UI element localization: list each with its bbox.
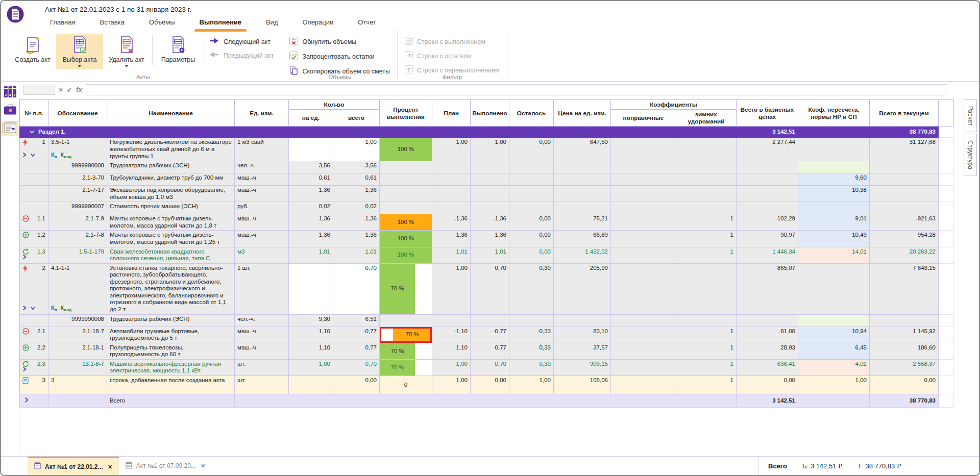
cell-plan[interactable] xyxy=(432,314,471,327)
create-act-button[interactable]: Создать акт xyxy=(9,34,56,65)
tab-struktura[interactable]: Структура xyxy=(964,134,977,176)
cell-qty-per-unit[interactable]: -1,36 xyxy=(289,214,333,231)
cell-recalc[interactable]: 14,01 xyxy=(798,247,870,263)
cell-name[interactable]: Экскаваторы под копровое оборудование, о… xyxy=(107,186,235,202)
cell-current-total[interactable]: 954,28 xyxy=(870,231,939,247)
cell-qty-per-unit[interactable]: 1,00 xyxy=(289,359,333,375)
cell-correction[interactable] xyxy=(611,138,676,161)
cell-num[interactable] xyxy=(20,161,48,173)
cell-price[interactable] xyxy=(554,186,611,202)
cell-rest[interactable]: -0,33 xyxy=(509,327,554,343)
section-recalc[interactable] xyxy=(798,127,870,138)
cell-plan[interactable] xyxy=(432,173,471,186)
cell-basis-total[interactable] xyxy=(737,314,798,327)
cell-justification[interactable]: 2.1-7-17 xyxy=(48,186,107,202)
cell-justification[interactable]: 2.1-7-9 xyxy=(48,214,107,231)
cell-name[interactable]: Машина вертикально-фрезерная ручная элек… xyxy=(107,359,235,375)
cell-justification[interactable]: 13.1-8-7 xyxy=(48,359,107,375)
cell-recalc[interactable]: 10,49 xyxy=(798,231,870,247)
act-view-button[interactable] xyxy=(3,121,18,136)
cell-done[interactable]: -0,77 xyxy=(471,327,509,343)
cell-winter[interactable] xyxy=(676,186,737,202)
cell-done[interactable]: 0,77 xyxy=(471,343,509,359)
cell-rest[interactable] xyxy=(509,202,554,214)
cell-winter[interactable]: 1 xyxy=(676,343,737,359)
bottom-tab-act-22-01[interactable]: Акт №1 от 22.01.2... × xyxy=(28,457,119,475)
cell-num[interactable]: 1.1 xyxy=(20,214,48,231)
confirm-icon[interactable]: ✓ xyxy=(66,86,72,94)
cell-name[interactable]: Трудозатраты рабочих (ЭСН) xyxy=(107,314,235,327)
cell-done[interactable] xyxy=(471,161,509,173)
cell-correction[interactable] xyxy=(611,359,676,375)
cell-rest[interactable]: 0,00 xyxy=(509,247,554,263)
cell-winter[interactable]: 1 xyxy=(676,231,737,247)
parameters-button[interactable]: Параметры xyxy=(155,34,202,65)
filter-remainder-rows-button[interactable]: -Σ Строки с остатком xyxy=(405,51,500,61)
cell-basis-total[interactable] xyxy=(737,161,798,173)
estimates-library-button[interactable] xyxy=(3,86,18,100)
cell-winter[interactable] xyxy=(676,173,737,186)
cell-rest[interactable] xyxy=(509,161,554,173)
cell-current-total[interactable] xyxy=(870,173,939,186)
cell-name-box[interactable] xyxy=(23,85,55,95)
cell-recalc[interactable]: 6,45 xyxy=(798,343,870,359)
cell-current-total[interactable]: 186,60 xyxy=(870,343,939,359)
cell-basis-total[interactable]: 1 446,34 xyxy=(737,247,798,263)
cell-rest[interactable]: 0,00 xyxy=(509,231,554,247)
cell-winter[interactable] xyxy=(676,161,737,173)
cell-current-total[interactable] xyxy=(870,186,939,202)
table-row-2.1-7-17[interactable]: 2.1-7-17Экскаваторы под копровое оборудо… xyxy=(20,186,954,202)
cell-qty-total[interactable]: 0,00 xyxy=(333,375,380,394)
section-current-total[interactable]: 38 770,83 xyxy=(870,127,939,138)
cell-price[interactable]: 75,21 xyxy=(554,214,611,231)
cell-unit[interactable]: шт. xyxy=(235,359,289,375)
cell-done[interactable]: -1,36 xyxy=(471,214,509,231)
cell-price[interactable] xyxy=(554,314,611,327)
cell-rest[interactable]: 0,30 xyxy=(509,263,554,314)
cell-done[interactable]: 1,01 xyxy=(471,247,509,263)
cell-unit[interactable]: руб. xyxy=(235,202,289,214)
cell-basis-total[interactable]: 90,97 xyxy=(737,231,798,247)
close-icon[interactable]: × xyxy=(108,463,112,471)
cell-recalc[interactable]: 9,60 xyxy=(798,173,870,186)
cell-qty-per-unit[interactable] xyxy=(289,138,333,161)
cell-percent[interactable]: 100 % xyxy=(380,138,432,161)
cell-correction[interactable] xyxy=(611,314,676,327)
cell-name[interactable]: Полуприцепы-тяжеловозы, грузоподъемность… xyxy=(107,343,235,359)
reset-volumes-button[interactable]: 0% Обнулить объемы xyxy=(289,37,390,47)
cell-recalc[interactable]: 1,00 xyxy=(798,375,870,394)
cell-recalc[interactable]: 10,94 xyxy=(798,327,870,343)
table-row-9999990008[interactable]: 9999990008Трудозатраты рабочих (ЭСН)чел.… xyxy=(20,161,954,173)
cell-percent[interactable]: 70 % xyxy=(380,359,432,375)
cell-winter[interactable]: 1 xyxy=(676,247,737,263)
function-icon[interactable]: fx xyxy=(76,86,82,94)
cell-justification[interactable]: 2.1-18-1 xyxy=(48,343,107,359)
next-act-button[interactable]: Следующий акт xyxy=(209,38,274,45)
cell-justification[interactable]: 9999990008 xyxy=(48,161,107,173)
table-row-2.1-3-70[interactable]: 2.1-3-70Трубоукладчики, диаметр труб до … xyxy=(20,173,954,186)
cell-justification[interactable]: 9999990008 xyxy=(48,314,107,327)
cell-basis-total[interactable]: 2 277,44 xyxy=(737,138,798,161)
cell-percent[interactable] xyxy=(380,202,432,214)
cell-name[interactable]: Мачты копровые с трубчатым дизель-молото… xyxy=(107,214,235,231)
cell-qty-total[interactable]: 1,36 xyxy=(333,186,380,202)
cell-winter[interactable]: 1 xyxy=(676,327,737,343)
cell-percent[interactable] xyxy=(380,173,432,186)
cell-recalc[interactable]: 10,38 xyxy=(798,186,870,202)
cell-rest[interactable] xyxy=(509,173,554,186)
cell-name[interactable]: Автомобили грузовые бортовые, грузоподъе… xyxy=(107,327,235,343)
cell-qty-total[interactable]: 0,02 xyxy=(333,202,380,214)
cell-justification[interactable]: 3 xyxy=(48,375,107,394)
cell-unit[interactable]: шт. xyxy=(235,375,289,394)
cell-winter[interactable] xyxy=(676,263,737,314)
cell-plan[interactable]: -1,10 xyxy=(432,327,471,343)
percent-remainders-button[interactable]: 100% Запроцентовать остатки xyxy=(289,52,390,62)
cell-percent[interactable]: 100 % xyxy=(380,247,432,263)
cell-unit[interactable]: маш.-ч xyxy=(235,214,289,231)
cell-correction[interactable] xyxy=(611,231,676,247)
table-row-1.3[interactable]: 1.31.5-1-179Свая железобетонная квадратн… xyxy=(20,247,954,263)
cell-plan[interactable] xyxy=(432,161,471,173)
cell-plan[interactable]: 1,36 xyxy=(432,231,471,247)
section-cell[interactable]: Раздел 1. xyxy=(20,127,737,138)
cell-justification[interactable]: 2.1-7-8 xyxy=(48,231,107,247)
